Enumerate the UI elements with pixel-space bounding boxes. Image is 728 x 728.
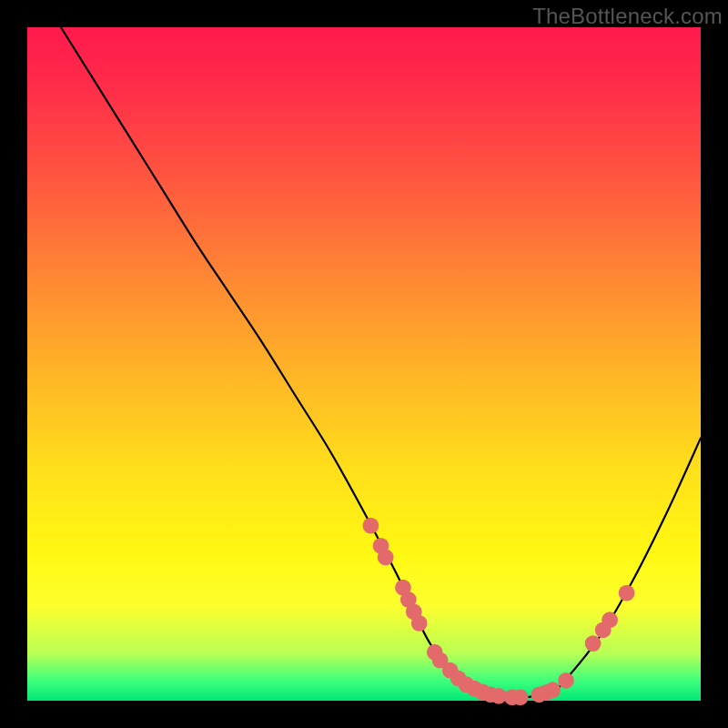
- curve-marker: [602, 612, 618, 628]
- chart-plot-area: [27, 27, 701, 701]
- bottleneck-curve: [61, 27, 701, 698]
- curve-marker: [378, 550, 394, 566]
- curve-marker: [619, 585, 635, 602]
- curve-marker: [585, 635, 602, 652]
- curve-marker: [363, 518, 379, 534]
- bottleneck-curve-svg: [27, 27, 701, 701]
- curve-marker: [512, 689, 529, 705]
- curve-marker: [558, 672, 574, 689]
- curve-marker: [411, 615, 428, 632]
- watermark-text: TheBottleneck.com: [532, 4, 723, 29]
- curve-markers: [363, 518, 635, 705]
- curve-marker: [544, 682, 561, 698]
